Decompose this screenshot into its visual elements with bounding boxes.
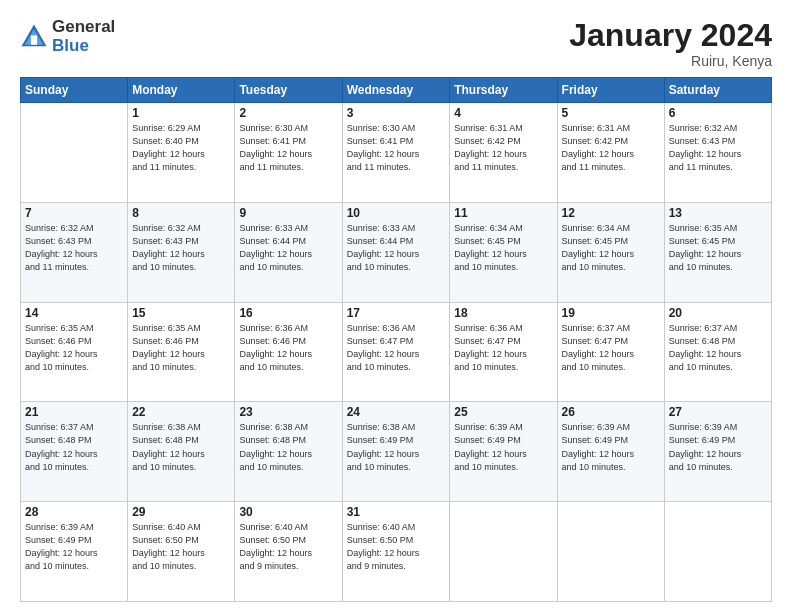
calendar-cell: 23Sunrise: 6:38 AM Sunset: 6:48 PM Dayli… — [235, 402, 342, 502]
day-number: 10 — [347, 206, 446, 220]
month-title: January 2024 — [569, 18, 772, 53]
calendar-header-tuesday: Tuesday — [235, 78, 342, 103]
day-number: 5 — [562, 106, 660, 120]
day-number: 31 — [347, 505, 446, 519]
calendar-cell: 4Sunrise: 6:31 AM Sunset: 6:42 PM Daylig… — [450, 103, 557, 203]
day-info: Sunrise: 6:38 AM Sunset: 6:48 PM Dayligh… — [239, 421, 337, 473]
day-number: 30 — [239, 505, 337, 519]
day-info: Sunrise: 6:35 AM Sunset: 6:46 PM Dayligh… — [132, 322, 230, 374]
calendar-cell: 11Sunrise: 6:34 AM Sunset: 6:45 PM Dayli… — [450, 202, 557, 302]
calendar-cell: 9Sunrise: 6:33 AM Sunset: 6:44 PM Daylig… — [235, 202, 342, 302]
day-number: 21 — [25, 405, 123, 419]
calendar-cell: 14Sunrise: 6:35 AM Sunset: 6:46 PM Dayli… — [21, 302, 128, 402]
day-info: Sunrise: 6:39 AM Sunset: 6:49 PM Dayligh… — [25, 521, 123, 573]
day-number: 26 — [562, 405, 660, 419]
calendar-week-row: 14Sunrise: 6:35 AM Sunset: 6:46 PM Dayli… — [21, 302, 772, 402]
calendar-week-row: 28Sunrise: 6:39 AM Sunset: 6:49 PM Dayli… — [21, 502, 772, 602]
calendar-week-row: 21Sunrise: 6:37 AM Sunset: 6:48 PM Dayli… — [21, 402, 772, 502]
day-info: Sunrise: 6:38 AM Sunset: 6:48 PM Dayligh… — [132, 421, 230, 473]
calendar-cell: 17Sunrise: 6:36 AM Sunset: 6:47 PM Dayli… — [342, 302, 450, 402]
calendar-cell: 6Sunrise: 6:32 AM Sunset: 6:43 PM Daylig… — [664, 103, 771, 203]
day-number: 16 — [239, 306, 337, 320]
title-block: January 2024 Ruiru, Kenya — [569, 18, 772, 69]
calendar-cell: 26Sunrise: 6:39 AM Sunset: 6:49 PM Dayli… — [557, 402, 664, 502]
calendar-cell: 25Sunrise: 6:39 AM Sunset: 6:49 PM Dayli… — [450, 402, 557, 502]
day-info: Sunrise: 6:29 AM Sunset: 6:40 PM Dayligh… — [132, 122, 230, 174]
day-number: 23 — [239, 405, 337, 419]
day-info: Sunrise: 6:38 AM Sunset: 6:49 PM Dayligh… — [347, 421, 446, 473]
day-info: Sunrise: 6:36 AM Sunset: 6:46 PM Dayligh… — [239, 322, 337, 374]
calendar-cell: 22Sunrise: 6:38 AM Sunset: 6:48 PM Dayli… — [128, 402, 235, 502]
day-info: Sunrise: 6:32 AM Sunset: 6:43 PM Dayligh… — [132, 222, 230, 274]
calendar-header-sunday: Sunday — [21, 78, 128, 103]
calendar-cell — [21, 103, 128, 203]
day-info: Sunrise: 6:37 AM Sunset: 6:48 PM Dayligh… — [25, 421, 123, 473]
header: General Blue January 2024 Ruiru, Kenya — [20, 18, 772, 69]
day-number: 8 — [132, 206, 230, 220]
page: General Blue January 2024 Ruiru, Kenya S… — [0, 0, 792, 612]
day-number: 19 — [562, 306, 660, 320]
logo-text: General Blue — [52, 18, 115, 55]
day-number: 4 — [454, 106, 552, 120]
day-number: 18 — [454, 306, 552, 320]
calendar-cell: 19Sunrise: 6:37 AM Sunset: 6:47 PM Dayli… — [557, 302, 664, 402]
day-number: 24 — [347, 405, 446, 419]
calendar-cell: 18Sunrise: 6:36 AM Sunset: 6:47 PM Dayli… — [450, 302, 557, 402]
calendar-cell: 20Sunrise: 6:37 AM Sunset: 6:48 PM Dayli… — [664, 302, 771, 402]
day-info: Sunrise: 6:31 AM Sunset: 6:42 PM Dayligh… — [562, 122, 660, 174]
day-info: Sunrise: 6:34 AM Sunset: 6:45 PM Dayligh… — [454, 222, 552, 274]
day-number: 9 — [239, 206, 337, 220]
day-number: 14 — [25, 306, 123, 320]
logo-blue: Blue — [52, 37, 115, 56]
calendar-cell: 31Sunrise: 6:40 AM Sunset: 6:50 PM Dayli… — [342, 502, 450, 602]
day-info: Sunrise: 6:33 AM Sunset: 6:44 PM Dayligh… — [239, 222, 337, 274]
day-info: Sunrise: 6:31 AM Sunset: 6:42 PM Dayligh… — [454, 122, 552, 174]
day-info: Sunrise: 6:33 AM Sunset: 6:44 PM Dayligh… — [347, 222, 446, 274]
day-number: 6 — [669, 106, 767, 120]
calendar-cell: 21Sunrise: 6:37 AM Sunset: 6:48 PM Dayli… — [21, 402, 128, 502]
day-info: Sunrise: 6:40 AM Sunset: 6:50 PM Dayligh… — [347, 521, 446, 573]
calendar-cell: 16Sunrise: 6:36 AM Sunset: 6:46 PM Dayli… — [235, 302, 342, 402]
day-info: Sunrise: 6:35 AM Sunset: 6:46 PM Dayligh… — [25, 322, 123, 374]
calendar-cell: 28Sunrise: 6:39 AM Sunset: 6:49 PM Dayli… — [21, 502, 128, 602]
calendar-cell: 3Sunrise: 6:30 AM Sunset: 6:41 PM Daylig… — [342, 103, 450, 203]
calendar-cell: 10Sunrise: 6:33 AM Sunset: 6:44 PM Dayli… — [342, 202, 450, 302]
calendar-header-saturday: Saturday — [664, 78, 771, 103]
day-number: 7 — [25, 206, 123, 220]
day-info: Sunrise: 6:30 AM Sunset: 6:41 PM Dayligh… — [239, 122, 337, 174]
svg-rect-2 — [31, 35, 37, 44]
day-info: Sunrise: 6:30 AM Sunset: 6:41 PM Dayligh… — [347, 122, 446, 174]
day-number: 25 — [454, 405, 552, 419]
calendar-cell: 8Sunrise: 6:32 AM Sunset: 6:43 PM Daylig… — [128, 202, 235, 302]
calendar-cell: 5Sunrise: 6:31 AM Sunset: 6:42 PM Daylig… — [557, 103, 664, 203]
calendar-cell: 24Sunrise: 6:38 AM Sunset: 6:49 PM Dayli… — [342, 402, 450, 502]
calendar-header-monday: Monday — [128, 78, 235, 103]
day-info: Sunrise: 6:39 AM Sunset: 6:49 PM Dayligh… — [669, 421, 767, 473]
calendar-cell: 2Sunrise: 6:30 AM Sunset: 6:41 PM Daylig… — [235, 103, 342, 203]
day-number: 20 — [669, 306, 767, 320]
calendar-cell: 13Sunrise: 6:35 AM Sunset: 6:45 PM Dayli… — [664, 202, 771, 302]
day-info: Sunrise: 6:39 AM Sunset: 6:49 PM Dayligh… — [562, 421, 660, 473]
day-info: Sunrise: 6:40 AM Sunset: 6:50 PM Dayligh… — [132, 521, 230, 573]
day-info: Sunrise: 6:36 AM Sunset: 6:47 PM Dayligh… — [347, 322, 446, 374]
day-info: Sunrise: 6:37 AM Sunset: 6:48 PM Dayligh… — [669, 322, 767, 374]
calendar-cell: 1Sunrise: 6:29 AM Sunset: 6:40 PM Daylig… — [128, 103, 235, 203]
calendar-cell: 7Sunrise: 6:32 AM Sunset: 6:43 PM Daylig… — [21, 202, 128, 302]
day-info: Sunrise: 6:37 AM Sunset: 6:47 PM Dayligh… — [562, 322, 660, 374]
day-info: Sunrise: 6:32 AM Sunset: 6:43 PM Dayligh… — [669, 122, 767, 174]
day-number: 1 — [132, 106, 230, 120]
day-info: Sunrise: 6:34 AM Sunset: 6:45 PM Dayligh… — [562, 222, 660, 274]
day-number: 12 — [562, 206, 660, 220]
day-number: 22 — [132, 405, 230, 419]
calendar-cell: 27Sunrise: 6:39 AM Sunset: 6:49 PM Dayli… — [664, 402, 771, 502]
calendar-header-wednesday: Wednesday — [342, 78, 450, 103]
day-number: 27 — [669, 405, 767, 419]
logo-general: General — [52, 18, 115, 37]
calendar-cell: 12Sunrise: 6:34 AM Sunset: 6:45 PM Dayli… — [557, 202, 664, 302]
calendar-week-row: 7Sunrise: 6:32 AM Sunset: 6:43 PM Daylig… — [21, 202, 772, 302]
calendar-header-thursday: Thursday — [450, 78, 557, 103]
day-info: Sunrise: 6:35 AM Sunset: 6:45 PM Dayligh… — [669, 222, 767, 274]
day-number: 28 — [25, 505, 123, 519]
calendar-cell: 29Sunrise: 6:40 AM Sunset: 6:50 PM Dayli… — [128, 502, 235, 602]
calendar-cell — [664, 502, 771, 602]
